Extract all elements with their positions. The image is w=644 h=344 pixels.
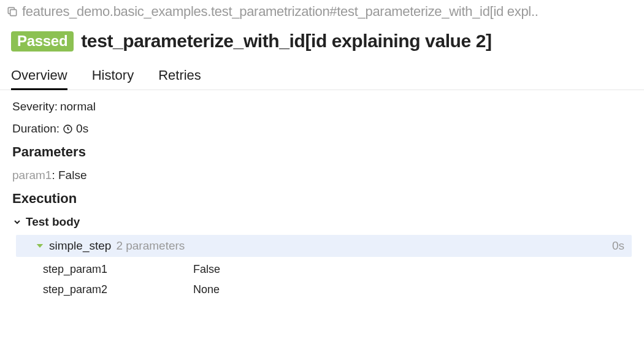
title-row: Passed test_parameterize_with_id[id expl… <box>0 22 644 56</box>
chevron-down-icon <box>34 240 45 251</box>
parameters-heading: Parameters <box>12 144 632 160</box>
tab-history[interactable]: History <box>92 67 134 90</box>
severity-value: normal <box>60 100 96 113</box>
step-param-value: None <box>193 283 220 296</box>
page-title: test_parameterize_with_id[id explaining … <box>81 31 491 52</box>
svg-rect-0 <box>10 10 17 16</box>
clock-icon <box>63 124 73 134</box>
parameter-value: False <box>58 169 86 182</box>
test-body-toggle[interactable]: Test body <box>12 215 632 229</box>
chevron-down-icon <box>12 217 22 227</box>
step-params: step_param1 False step_param2 None <box>43 263 632 296</box>
execution-heading: Execution <box>12 191 632 207</box>
step-param-name: step_param1 <box>43 263 193 276</box>
step-name: simple_step <box>49 239 111 253</box>
severity-row: Severity: normal <box>12 100 632 113</box>
step-param-row: step_param1 False <box>43 263 632 276</box>
step-duration: 0s <box>612 239 624 253</box>
overview-content: Severity: normal Duration: 0s Parameters… <box>0 90 644 313</box>
test-body-label: Test body <box>26 215 80 229</box>
step-param-value: False <box>193 263 220 276</box>
breadcrumb-path: features_demo.basic_examples.test_parame… <box>22 4 539 20</box>
step-param-name: step_param2 <box>43 283 193 296</box>
step-param-row: step_param2 None <box>43 283 632 296</box>
tab-overview[interactable]: Overview <box>11 67 67 90</box>
step-row[interactable]: simple_step 2 parameters 0s <box>16 235 632 257</box>
step-meta: 2 parameters <box>116 239 185 253</box>
duration-label: Duration: <box>12 122 59 136</box>
parameter-row: param1: False <box>12 169 632 182</box>
duration-row: Duration: 0s <box>12 122 632 136</box>
parameter-name: param1 <box>12 169 52 182</box>
duration-value: 0s <box>76 122 88 136</box>
tab-retries[interactable]: Retries <box>158 67 201 90</box>
copy-icon[interactable] <box>6 6 18 18</box>
breadcrumb: features_demo.basic_examples.test_parame… <box>0 0 644 22</box>
severity-label: Severity: <box>12 100 58 113</box>
tabs: Overview History Retries <box>0 56 644 90</box>
status-badge: Passed <box>11 31 74 52</box>
